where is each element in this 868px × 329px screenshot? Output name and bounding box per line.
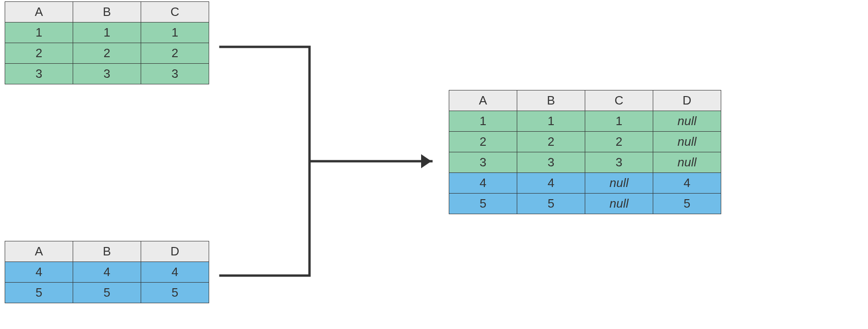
cell: 3: [141, 64, 209, 84]
table-row: 5 5 null 5: [449, 194, 721, 214]
cell: 1: [449, 111, 517, 132]
col-header: A: [5, 241, 73, 262]
input-table-1: A B C 1 1 1 2 2 2 3 3 3: [5, 1, 209, 84]
output-table: A B C D 1 1 1 null 2 2 2 null 3 3 3 null…: [449, 90, 721, 214]
col-header: C: [585, 90, 653, 111]
cell: 4: [653, 173, 721, 194]
cell: 2: [141, 43, 209, 64]
cell: 2: [5, 43, 73, 64]
cell: 4: [5, 262, 73, 283]
cell: 3: [449, 152, 517, 173]
col-header: D: [141, 241, 209, 262]
col-header: B: [517, 90, 585, 111]
cell: 3: [5, 64, 73, 84]
col-header: D: [653, 90, 721, 111]
table-row: 5 5 5: [5, 283, 209, 303]
cell: 5: [73, 283, 141, 303]
col-header: B: [73, 2, 141, 22]
header-row: A B D: [5, 241, 209, 262]
cell: 5: [517, 194, 585, 214]
cell: 5: [141, 283, 209, 303]
cell: 5: [449, 194, 517, 214]
cell: 4: [73, 262, 141, 283]
table-row: 1 1 1 null: [449, 111, 721, 132]
table-row: 1 1 1: [5, 22, 209, 43]
cell: 2: [585, 132, 653, 152]
null-cell: null: [585, 173, 653, 194]
input-table-2: A B D 4 4 4 5 5 5: [5, 241, 209, 303]
table-row: 4 4 4: [5, 262, 209, 283]
cell: 5: [653, 194, 721, 214]
header-row: A B C: [5, 2, 209, 22]
cell: 2: [517, 132, 585, 152]
null-cell: null: [653, 111, 721, 132]
null-cell: null: [653, 132, 721, 152]
cell: 1: [141, 22, 209, 43]
cell: 2: [449, 132, 517, 152]
table-row: 3 3 3: [5, 64, 209, 84]
cell: 4: [449, 173, 517, 194]
svg-marker-0: [421, 154, 431, 168]
col-header: B: [73, 241, 141, 262]
cell: 5: [5, 283, 73, 303]
null-cell: null: [585, 194, 653, 214]
cell: 2: [73, 43, 141, 64]
cell: 1: [517, 111, 585, 132]
table-row: 2 2 2: [5, 43, 209, 64]
null-cell: null: [653, 152, 721, 173]
cell: 4: [517, 173, 585, 194]
cell: 4: [141, 262, 209, 283]
cell: 3: [585, 152, 653, 173]
cell: 1: [5, 22, 73, 43]
table-row: 2 2 2 null: [449, 132, 721, 152]
cell: 1: [585, 111, 653, 132]
cell: 3: [517, 152, 585, 173]
merge-arrow-icon: [216, 42, 445, 280]
cell: 3: [73, 64, 141, 84]
col-header: A: [449, 90, 517, 111]
cell: 1: [73, 22, 141, 43]
col-header: A: [5, 2, 73, 22]
table-row: 3 3 3 null: [449, 152, 721, 173]
col-header: C: [141, 2, 209, 22]
header-row: A B C D: [449, 90, 721, 111]
table-row: 4 4 null 4: [449, 173, 721, 194]
